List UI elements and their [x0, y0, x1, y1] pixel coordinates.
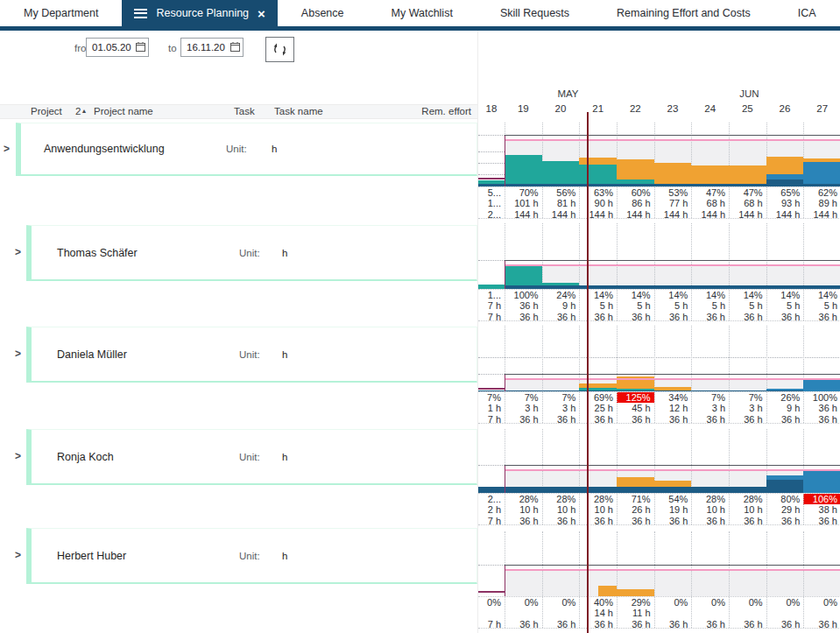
resource-row-anwendungsentwicklung[interactable]: AnwendungsentwicklungUnit:h [16, 123, 477, 176]
week-grid-line [542, 429, 543, 524]
week-grid-line [617, 223, 618, 320]
column-task-name[interactable]: Task name [274, 106, 323, 116]
booked-hours-cell: 3 h [691, 403, 729, 413]
menu-bar [134, 9, 147, 11]
utilization-numbers: 5...70%56%63%60%53%47%47%65%62%1...101 h… [478, 186, 840, 220]
tab-resource-planning[interactable]: Resource Planning× [122, 0, 277, 26]
close-tab-icon[interactable]: × [258, 7, 265, 20]
capacity-hours-cell: 36 h [505, 414, 542, 425]
tab-my-department[interactable]: My Department [0, 0, 122, 26]
booking-bar-teal [617, 179, 654, 184]
percent-cell: 14% [654, 290, 692, 300]
capacity-left-border [505, 466, 505, 493]
grid-line [478, 565, 505, 566]
column-task[interactable]: Task [234, 106, 255, 116]
booking-bar-navy [478, 487, 505, 493]
booked-hours-cell: 93 h [766, 198, 804, 208]
week-grid-line [766, 531, 767, 628]
chart-row-herbert-huber: 0%0%0%40%29%0%0%0%0%0%14 h11 h7 h36 h36 … [478, 531, 840, 629]
booked-hours-cell [766, 608, 804, 618]
booking-bar-navy [505, 390, 542, 391]
percent-cell: 24% [542, 290, 580, 300]
expand-row-arrow[interactable]: > [15, 347, 27, 361]
column-project-name[interactable]: Project name [94, 106, 153, 116]
tab-label: ICA [798, 7, 816, 19]
unit-label: Unit: [239, 248, 260, 258]
expand-row-arrow[interactable]: > [4, 142, 16, 156]
capacity-chart [478, 223, 840, 289]
column-project[interactable]: Project [31, 106, 62, 116]
tab-absence[interactable]: Absence [278, 0, 368, 26]
resource-row-daniela-m-ller[interactable]: Daniela MüllerUnit:h [26, 327, 477, 383]
tab-my-watchlist[interactable]: My Watchlist [368, 0, 476, 26]
capacity-hours-cell: 36 h [729, 312, 766, 322]
booking-bar-navy [766, 285, 804, 289]
capacity-hours-cell: 36 h [654, 619, 692, 629]
booked-hours-cell: 19 h [654, 504, 692, 515]
resource-name: Herbert Huber [32, 550, 126, 562]
booking-bar-steel [803, 469, 840, 493]
expand-row-arrow[interactable]: > [15, 548, 27, 562]
booking-bar-teal [505, 266, 542, 285]
booked-hours-cell: 12 h [654, 403, 692, 413]
chart-row-ronja-koch: 2...28%28%28%71%54%28%28%80%106%2 h10 h1… [478, 429, 840, 525]
booked-hours-cell: 5 h [729, 300, 766, 311]
menu-icon[interactable] [134, 6, 147, 20]
resource-row-thomas-sch-fer[interactable]: Thomas SchäferUnit:h [26, 225, 477, 281]
booked-hours-cell: 14 h [579, 608, 617, 618]
calendar-icon[interactable] [136, 42, 145, 52]
booked-hours-cell: 81 h [542, 198, 580, 208]
grid-line [478, 465, 505, 466]
week-grid-line [654, 223, 655, 320]
booked-hours-cell: 10 h [579, 504, 617, 515]
table-column-header: Project 2▲ Project name Task Task name R… [0, 104, 477, 119]
numbers-line-pct: 7%7%7%69%125%34%7%7%26%100% [478, 392, 840, 403]
booked-hours-cell: 90 h [579, 198, 617, 208]
week-number: 18 [478, 103, 505, 117]
capacity-hours-cell: 144 h [729, 209, 766, 220]
sort-indicator[interactable]: 2▲ [75, 106, 87, 116]
week-grid-line [803, 531, 804, 628]
booked-hours-cell: 10 h [729, 504, 766, 515]
partial-week-capacity [478, 591, 505, 596]
capacity-hours-cell: 36 h [579, 312, 617, 322]
numbers-line-pct: 5...70%56%63%60%53%47%47%65%62% [478, 187, 840, 198]
capacity-hours-cell: 36 h [766, 414, 804, 425]
booking-bar-navy [505, 487, 542, 493]
tab-skill-requests[interactable]: Skill Requests [476, 0, 593, 26]
capacity-hours-cell: 36 h [654, 516, 692, 526]
capacity-hours-cell: 36 h [654, 414, 692, 425]
tab-ica[interactable]: ICA [774, 0, 840, 26]
expand-row-arrow[interactable]: > [15, 449, 27, 463]
resource-row-herbert-huber[interactable]: Herbert HuberUnit:h [26, 528, 477, 584]
capacity-top-line [505, 135, 840, 136]
numbers-line-pct: 2...28%28%28%71%54%28%28%80%106% [478, 494, 840, 504]
resource-name: Anwendungsentwicklung [21, 143, 165, 155]
capacity-hours-cell: 144 h [505, 209, 542, 220]
percent-cell: 56% [542, 187, 580, 198]
capacity-hours-cell: 36 h [579, 414, 617, 425]
capacity-hours-cell: 144 h [579, 209, 617, 220]
booked-hours-cell [803, 608, 840, 618]
refresh-button[interactable] [265, 37, 294, 62]
week-grid-line [542, 223, 543, 320]
percent-cell: 28% [691, 494, 729, 504]
capacity-chart [478, 123, 840, 186]
booking-bar-teal [542, 161, 580, 184]
column-rem-effort[interactable]: Rem. effort [399, 106, 471, 116]
percent-cell: 125% [617, 392, 654, 403]
booking-bar-navy [542, 390, 580, 391]
percent-cell: 7% [691, 392, 729, 403]
resource-row-ronja-koch[interactable]: Ronja KochUnit:h [26, 429, 477, 485]
capacity-top-line [505, 374, 840, 375]
capacity-left-border [505, 261, 505, 289]
week-grid-line [617, 531, 618, 628]
percent-cell: 0% [766, 597, 804, 608]
expand-row-arrow[interactable]: > [15, 245, 27, 259]
tab-remaining-effort-and-costs[interactable]: Remaining Effort and Costs [593, 0, 774, 26]
percent-cell: 1... [478, 290, 505, 300]
tab-row: My DepartmentResource Planning×AbsenceMy… [0, 0, 840, 26]
booked-hours-cell: 26 h [617, 504, 654, 515]
booked-hours-cell: 10 h [505, 504, 542, 515]
calendar-icon[interactable] [230, 42, 240, 52]
